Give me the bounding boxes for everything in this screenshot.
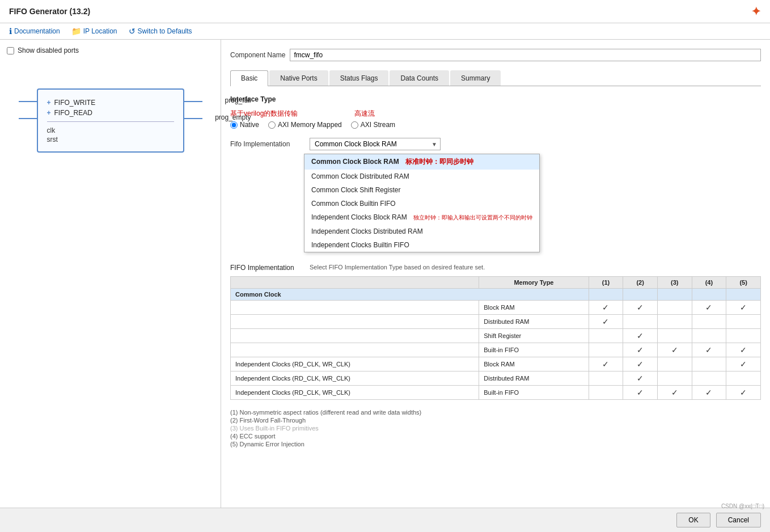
- check-5-2: ✓: [623, 357, 658, 371]
- fifo-read-plus: +: [47, 109, 51, 117]
- fifo-read-label: FIFO_READ: [54, 109, 92, 117]
- dropdown-item-common-clock-builtin-fifo[interactable]: Common Clock Builtin FIFO: [304, 197, 539, 210]
- bottom-ports: clk srst: [47, 121, 174, 143]
- info-icon: ℹ: [9, 27, 12, 36]
- radio-native-label: Native: [240, 121, 259, 129]
- check-7-4: ✓: [692, 386, 726, 400]
- tab-status-flags[interactable]: Status Flags: [329, 70, 389, 86]
- table-row: Independent Clocks (RD_CLK, WR_CLK) Dist…: [231, 371, 761, 386]
- radio-native-input[interactable]: [230, 121, 238, 129]
- memory-type-builtin-fifo: Built-in FIFO: [479, 343, 589, 357]
- dropdown-menu: Common Clock Block RAM 标准时钟：即同步时钟 Common…: [304, 154, 540, 252]
- fifo-impl-label: Fifo Implementation: [230, 140, 304, 148]
- check-1-2: ✓: [623, 301, 658, 315]
- footnote-1: (1) Non-symmetric aspect ratios (differe…: [230, 409, 761, 416]
- check-3-5: [726, 329, 761, 343]
- prog-empty-label: prog_empty: [215, 113, 251, 121]
- footnote-2: (2) First-Word Fall-Through: [230, 417, 761, 424]
- fifo-impl-select[interactable]: Common Clock Block RAM Common Clock Dist…: [310, 138, 441, 150]
- right-panel: Component Name Basic Native Ports Status…: [221, 40, 770, 515]
- dropdown-item-common-clock-distributed-ram[interactable]: Common Clock Distributed RAM: [304, 170, 539, 183]
- dropdown-item-common-clock-shift-register[interactable]: Common Clock Shift Register: [304, 183, 539, 197]
- col-header-4: (4): [692, 277, 726, 289]
- tab-summary[interactable]: Summary: [450, 70, 501, 86]
- documentation-label: Documentation: [14, 27, 60, 35]
- check-2-5: [726, 315, 761, 329]
- check-1-4: ✓: [692, 301, 726, 315]
- footnote-3: (3) Uses Built-in FIFO primitives: [230, 425, 761, 432]
- ip-location-link[interactable]: 📁 IP Location: [71, 27, 117, 36]
- check-4-5: ✓: [726, 343, 761, 357]
- col-header-clock-type: [231, 277, 479, 289]
- app-title: FIFO Generator (13.2): [9, 7, 90, 16]
- independent-clocks-distributed-ram-clock: Independent Clocks (RD_CLK, WR_CLK): [231, 371, 479, 386]
- show-disabled-ports-checkbox[interactable]: [7, 47, 14, 54]
- table-row: Block RAM ✓ ✓ ✓ ✓: [231, 301, 761, 315]
- fifo-read-port: + FIFO_READ: [47, 109, 174, 117]
- independent-clocks-block-ram-memory: Block RAM: [479, 357, 589, 371]
- check-6-4: [692, 371, 726, 386]
- memory-type-block-ram: Block RAM: [479, 301, 589, 315]
- radio-axi-stream-label: AXI Stream: [361, 121, 395, 129]
- independent-clocks-distributed-ram-memory: Distributed RAM: [479, 371, 589, 386]
- radio-axi-mm-input[interactable]: [268, 121, 276, 129]
- cancel-button[interactable]: Cancel: [716, 513, 761, 515]
- fifo-impl-container: Fifo Implementation Common Clock Block R…: [230, 138, 761, 150]
- footnotes-section: (1) Non-symmetric aspect ratios (differe…: [230, 409, 761, 447]
- bottom-bar: OK Cancel: [0, 508, 770, 515]
- tab-native-ports[interactable]: Native Ports: [269, 70, 328, 86]
- dropdown-item-common-clock-block-ram[interactable]: Common Clock Block RAM 标准时钟：即同步时钟: [304, 154, 539, 170]
- documentation-link[interactable]: ℹ Documentation: [9, 27, 60, 36]
- section-label-common-clock: Common Clock: [231, 289, 589, 301]
- toolbar: ℹ Documentation 📁 IP Location ↺ Switch t…: [0, 23, 770, 40]
- annotation-standard-clock: 标准时钟：即同步时钟: [405, 158, 473, 166]
- check-2-3: [657, 315, 692, 329]
- check-1-1: ✓: [589, 301, 623, 315]
- tab-basic[interactable]: Basic: [230, 70, 268, 86]
- tab-data-counts[interactable]: Data Counts: [390, 70, 449, 86]
- table-row: Independent Clocks (RD_CLK, WR_CLK) Bloc…: [231, 357, 761, 371]
- check-4-2: ✓: [623, 343, 658, 357]
- check-3-1: [589, 329, 623, 343]
- annotation-independent-clock: 独立时钟：即输入和输出可设置两个不同的时钟: [413, 214, 532, 221]
- check-4-4: ✓: [692, 343, 726, 357]
- independent-clocks-builtin-fifo-clock: Independent Clocks (RD_CLK, WR_CLK): [231, 386, 479, 400]
- table-row: Common Clock: [231, 289, 761, 301]
- main-layout: Show disabled ports + FIFO_WRITE + FIFO_…: [0, 40, 770, 515]
- location-icon: 📁: [71, 27, 81, 36]
- refresh-icon: ↺: [129, 27, 136, 36]
- dropdown-item-independent-clocks-block-ram[interactable]: Independent Clocks Block RAM 独立时钟：即输入和输出…: [304, 210, 539, 225]
- check-3-2: ✓: [623, 329, 658, 343]
- fifo-impl-row: Fifo Implementation Common Clock Block R…: [230, 138, 761, 150]
- check-5-4: [692, 357, 726, 371]
- footnote-5: (5) Dynamic Error Injection: [230, 441, 761, 447]
- radio-axi-stream[interactable]: AXI Stream: [351, 121, 395, 129]
- col-header-3: (3): [657, 277, 692, 289]
- radio-axi-mm-label: AXI Memory Mapped: [278, 121, 342, 129]
- component-name-label: Component Name: [230, 51, 285, 59]
- ip-location-label: IP Location: [83, 27, 117, 35]
- component-name-input[interactable]: [290, 49, 761, 61]
- col-header-1: (1): [589, 277, 623, 289]
- check-6-3: [657, 371, 692, 386]
- check-5-5: ✓: [726, 357, 761, 371]
- check-5-1: ✓: [589, 357, 623, 371]
- dropdown-item-independent-clocks-distributed-ram[interactable]: Independent Clocks Distributed RAM: [304, 225, 539, 238]
- check-4-1: [589, 343, 623, 357]
- fifo-write-plus: +: [47, 99, 51, 107]
- ok-button[interactable]: OK: [676, 513, 710, 515]
- col-header-2: (2): [623, 277, 658, 289]
- supported-features-section: Memory Type (1) (2) (3) (4) (5) Common C…: [230, 276, 761, 400]
- check-3-3: [657, 329, 692, 343]
- col-header-5: (5): [726, 277, 761, 289]
- radio-native[interactable]: Native: [230, 121, 259, 129]
- show-disabled-ports-label: Show disabled ports: [18, 47, 79, 54]
- radio-axi-memory-mapped[interactable]: AXI Memory Mapped: [268, 121, 342, 129]
- watermark: CSDN @xx(□T□): [721, 503, 764, 509]
- dropdown-item-independent-clocks-builtin-fifo[interactable]: Independent Clocks Builtin FIFO: [304, 238, 539, 252]
- check-6-1: [589, 371, 623, 386]
- radio-axi-stream-input[interactable]: [351, 121, 358, 129]
- features-table: Memory Type (1) (2) (3) (4) (5) Common C…: [230, 276, 761, 400]
- fifo-impl-select-wrapper[interactable]: Common Clock Block RAM Common Clock Dist…: [310, 138, 441, 150]
- switch-defaults-link[interactable]: ↺ Switch to Defaults: [129, 27, 192, 36]
